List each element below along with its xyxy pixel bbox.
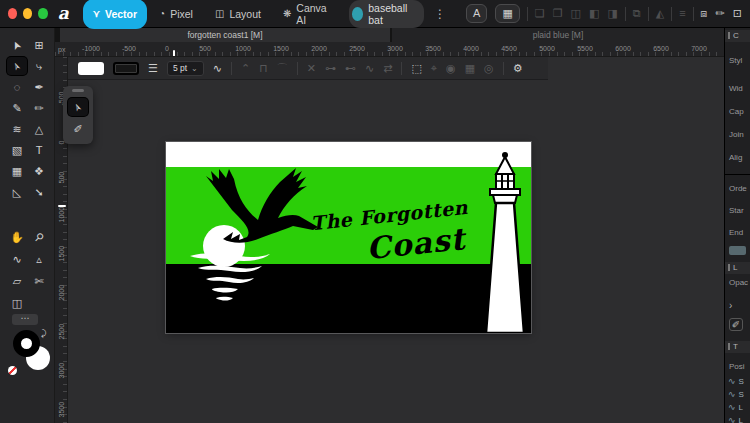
measure-tool[interactable]: ◺	[7, 183, 27, 201]
persona-canva-ai[interactable]: ❋Canva AI	[273, 0, 337, 29]
persona-layout[interactable]: ◫Layout	[205, 0, 271, 29]
window-minimize-button[interactable]	[23, 8, 32, 19]
persona-pixel[interactable]: ◔Pixel	[149, 0, 203, 29]
pen-tool[interactable]: ✒	[29, 78, 49, 96]
snapping-button[interactable]: ⧈	[701, 8, 708, 19]
boolean-add-button: ❏	[535, 8, 545, 19]
swap-colors-icon[interactable]: ⤸	[41, 328, 46, 339]
panel-label-join: Join	[729, 130, 744, 139]
flyout-drag-handle[interactable]	[72, 89, 84, 92]
zoom-tool[interactable]: ⚲	[29, 228, 49, 246]
artwork-canvas: The Forgotten Coast	[166, 142, 531, 333]
h-ruler-tick-label: 7000	[691, 45, 707, 52]
style-picker-button[interactable]: A	[466, 4, 487, 23]
artboard-tool-icon: ⊞	[34, 40, 43, 51]
sponge-tool[interactable]: ▱	[7, 272, 27, 290]
layer-row[interactable]: ∿S	[728, 389, 744, 399]
settings-button[interactable]: ⚙	[513, 63, 523, 74]
grid-options-button[interactable]: ▦	[495, 4, 519, 23]
panel-header[interactable]: L	[725, 262, 750, 274]
toolbar-divider	[527, 7, 528, 21]
panel-header[interactable]: T	[725, 341, 750, 353]
horizontal-cursor-marker	[173, 50, 175, 57]
pencil-tool[interactable]: ✎	[7, 99, 27, 117]
overflow-menu-icon[interactable]: ⋮	[430, 7, 450, 21]
fill-tool[interactable]: ▧	[7, 141, 27, 159]
context-divider	[503, 62, 504, 75]
transform-box-button[interactable]: ⊡	[733, 8, 742, 19]
node-editing-button[interactable]: ✏	[716, 8, 725, 19]
selection-box-toggle[interactable]: ⬚	[411, 63, 421, 74]
blend-tool-icon: ▵	[36, 254, 42, 265]
boolean-intersect-button: ◫	[571, 8, 581, 19]
layer-name: S	[739, 390, 744, 399]
arrowhead-swatch[interactable]	[729, 246, 746, 255]
window-zoom-button[interactable]	[38, 8, 47, 19]
horizontal-ruler: px -1000-5000500100015002000250030003500…	[55, 42, 724, 57]
node-tool[interactable]: ➢	[68, 98, 88, 116]
canvas-pasteboard[interactable]: The Forgotten Coast	[68, 57, 724, 423]
h-ruler-tick-label: -1000	[82, 45, 100, 52]
panel-label-alig: Alig	[729, 153, 742, 162]
square-corner-button: ⊓	[259, 63, 268, 74]
stroke-style-button[interactable]: ☰	[148, 63, 158, 74]
shape-tool[interactable]: △	[29, 120, 49, 138]
artboard-tool[interactable]: ⊞	[29, 36, 49, 54]
move-tool[interactable]: ➤	[7, 36, 27, 54]
knife-tool[interactable]: ✄	[29, 272, 49, 290]
doc-tab-plaid-blue[interactable]: plaid blue [M]	[392, 28, 724, 42]
persona-canva-ai-icon: ❋	[283, 8, 291, 19]
warp-tool[interactable]: ∿	[7, 250, 27, 268]
sharp-corner-button: ⌃	[241, 63, 250, 74]
panel-header[interactable]: C	[725, 30, 750, 42]
panel-label-orde: Orde	[729, 184, 747, 193]
fill-color-swatch[interactable]	[78, 62, 104, 75]
text-tool[interactable]: T	[29, 141, 49, 159]
stroke-width-select[interactable]: 5 pt ⌄	[167, 61, 204, 76]
h-ruler-tick-label: 6500	[653, 45, 669, 52]
node-tool[interactable]: ➢	[7, 57, 27, 75]
persona-vector-icon: ⋎	[93, 8, 100, 19]
measure-tool-icon: ◺	[13, 187, 21, 198]
point-transform-tool[interactable]: ✐	[68, 120, 88, 138]
blend-tool[interactable]: ▵	[29, 250, 49, 268]
persona-vector[interactable]: ⋎Vector	[83, 0, 147, 29]
smart-pencil-tool-icon: ✏	[34, 103, 43, 114]
no-color-swatch[interactable]	[8, 366, 17, 375]
h-ruler-tick-label: 6000	[615, 45, 631, 52]
selection-brush-tool[interactable]: ◌	[7, 78, 27, 96]
artboard[interactable]: The Forgotten Coast	[166, 142, 531, 333]
smart-pencil-tool[interactable]: ✏	[29, 99, 49, 117]
doc-tab-forgotten-coast[interactable]: forgotten coast1 [M]	[60, 28, 390, 42]
image-tool[interactable]: ▦	[7, 162, 27, 180]
account-pill[interactable]: baseball bat	[349, 0, 424, 28]
vector-brush-tool[interactable]: ≋	[7, 120, 27, 138]
toolbar-group: ❏❐◫◧◨	[535, 8, 618, 19]
h-ruler-tick-label: 2000	[311, 45, 327, 52]
stroke-color-well[interactable]	[13, 330, 40, 357]
stroke-color-swatch[interactable]	[113, 62, 139, 75]
corner-tool[interactable]: ⤷	[29, 57, 49, 75]
layer-row[interactable]: ∿S	[728, 376, 744, 386]
layer-row[interactable]: ∿L	[728, 402, 743, 412]
image-tool-icon: ▦	[12, 166, 22, 177]
shape-builder-tool[interactable]: ◫	[7, 294, 27, 312]
toolbar-divider	[625, 7, 626, 21]
node-tool-icon: ➢	[71, 100, 85, 113]
persona-vector-label: Vector	[105, 8, 137, 20]
pressure-profile-button[interactable]: ∿	[213, 63, 222, 74]
hand-tool[interactable]: ✋	[7, 228, 27, 246]
expand-chevron-icon[interactable]: ›	[729, 300, 732, 311]
persona-layout-label: Layout	[229, 8, 261, 20]
transform-origin-toggle: ⌖	[431, 63, 437, 74]
color-picker-tool[interactable]: ➘	[29, 183, 49, 201]
layer-name: S	[739, 377, 744, 386]
window-close-button[interactable]	[8, 8, 17, 19]
smooth-curve-button: ∿	[365, 63, 374, 74]
point-transform-tool[interactable]: ❖	[29, 162, 49, 180]
vector-brush-tool-icon: ≋	[12, 124, 21, 135]
edit-icon[interactable]: ✐	[729, 318, 743, 331]
more-tools-button[interactable]: ⋯	[12, 314, 38, 325]
boolean-combine-button: ◨	[607, 8, 617, 19]
layer-row[interactable]: ∿L	[728, 415, 743, 423]
